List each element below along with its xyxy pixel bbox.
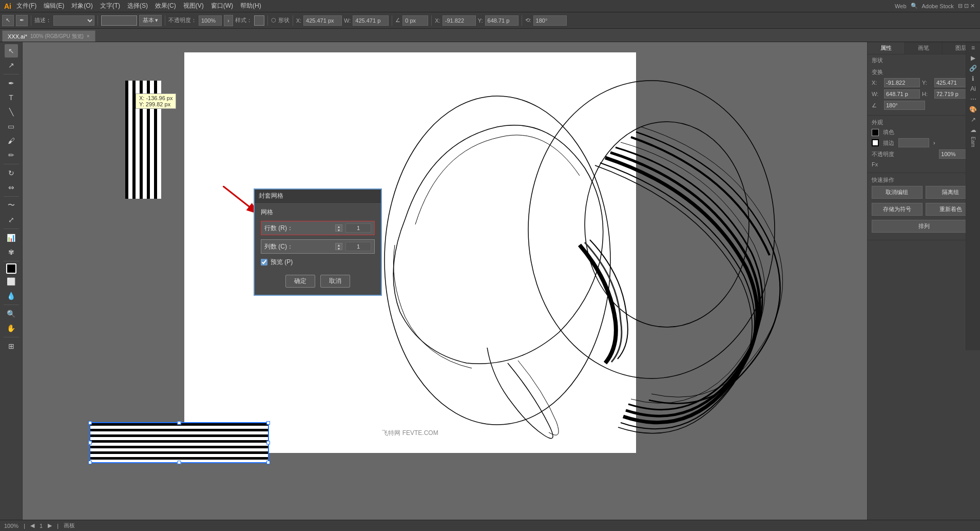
xy-row: X: Y: <box>872 78 976 87</box>
symbol-tool[interactable]: ✾ <box>5 245 18 259</box>
menu-object[interactable]: 对象(O) <box>71 2 92 10</box>
mirror-tool[interactable]: ⇔ <box>5 181 18 194</box>
tab-brushes[interactable]: 画笔 <box>905 42 943 54</box>
expand-panel-icon[interactable]: ⋯ <box>970 96 976 103</box>
striped-rect-object[interactable] <box>89 422 269 463</box>
rows-down[interactable]: ▼ <box>336 229 342 232</box>
transform-icon[interactable]: ▶ <box>971 54 975 62</box>
line-tool[interactable]: ╲ <box>5 105 18 119</box>
opacity-input[interactable] <box>199 15 222 26</box>
pen-tool[interactable]: ✒ <box>5 77 18 90</box>
rect-tool[interactable]: ▭ <box>5 120 18 133</box>
menu-view[interactable]: 视图(V) <box>183 2 204 10</box>
coord-x-input[interactable] <box>443 15 476 26</box>
coord-y-input[interactable] <box>485 15 518 26</box>
select-tool[interactable]: ↖ <box>5 44 18 58</box>
x-field[interactable] <box>884 78 920 87</box>
w-field[interactable] <box>884 89 920 99</box>
handle-mr[interactable] <box>266 441 270 445</box>
info-icon[interactable]: ℹ <box>972 75 974 82</box>
appearance-section: 外观 填色 › 描边 › 不透明度 › Fx ⋯ <box>868 116 980 173</box>
fill-color[interactable] <box>6 263 16 274</box>
paintbrush-tool[interactable]: 🖌 <box>5 134 18 147</box>
link-icon[interactable]: 🔗 <box>969 65 977 72</box>
warp-tool[interactable]: 〜 <box>5 199 18 212</box>
stroke-swatch[interactable] <box>101 15 137 26</box>
handle-bl[interactable] <box>88 461 92 464</box>
gradient-tool[interactable]: ⬜ <box>5 275 18 288</box>
save-symbol-btn[interactable]: 存储为符号 <box>872 203 923 216</box>
dialog-title[interactable]: 封套网格 <box>255 189 381 203</box>
ai-panel-icon[interactable]: Ai <box>970 85 976 92</box>
graph-tool[interactable]: 📊 <box>5 231 18 244</box>
cols-down[interactable]: ▼ <box>336 247 342 250</box>
y-field[interactable] <box>934 78 970 87</box>
pencil-tool[interactable]: ✏ <box>5 148 18 162</box>
cols-up[interactable]: ▲ <box>336 243 342 247</box>
handle-ml[interactable] <box>88 441 92 445</box>
zoom-display[interactable]: 100% <box>4 523 18 529</box>
describe-select[interactable] <box>53 15 94 26</box>
handle-bm[interactable] <box>178 461 181 464</box>
eam-icon[interactable]: Eam <box>970 137 976 147</box>
svg-point-0 <box>385 96 610 425</box>
cc-libraries-icon[interactable]: ☁ <box>970 126 976 134</box>
x-input[interactable] <box>303 15 342 26</box>
artboard-tool[interactable]: ⊞ <box>5 339 18 353</box>
handle-br[interactable] <box>266 461 270 464</box>
menu-text[interactable]: 文字(T) <box>100 2 120 10</box>
handle-tr[interactable] <box>266 421 270 425</box>
handle-tl[interactable] <box>88 421 92 425</box>
preview-checkbox[interactable] <box>261 259 267 266</box>
cols-spinner-btn[interactable]: ▲ ▼ <box>335 243 342 250</box>
menu-help[interactable]: 帮助(H) <box>240 2 261 10</box>
fill-swatch[interactable] <box>872 129 879 136</box>
prev-page[interactable]: ◀ <box>30 522 34 529</box>
doc-tab[interactable]: XXX.ai* 100% (RGB/GPU 预览) × <box>2 30 95 42</box>
color-guide-icon[interactable]: 🎨 <box>969 106 977 113</box>
arrange-btn[interactable]: 排列 <box>872 220 976 233</box>
opacity-expand[interactable]: › <box>224 15 233 26</box>
menu-file[interactable]: 文件(F) <box>16 2 36 10</box>
h-field[interactable] <box>934 89 970 99</box>
scale-tool[interactable]: ⤢ <box>5 213 18 226</box>
ok-button[interactable]: 确定 <box>285 275 315 288</box>
canvas-area[interactable]: 飞特网 FEVTE.COM X: -136.96 px Y: 299.82 px <box>23 42 867 531</box>
width-input[interactable] <box>353 15 389 26</box>
rows-spinner-btn[interactable]: ▲ ▼ <box>335 224 342 232</box>
cols-spinner: ▲ ▼ <box>335 243 342 250</box>
angle-field[interactable] <box>884 101 925 110</box>
handle-tm[interactable] <box>178 421 181 425</box>
tab-properties[interactable]: 属性 <box>868 42 905 54</box>
selection-tool-btn[interactable]: ↖ <box>2 15 14 26</box>
type-tool[interactable]: T <box>5 91 18 104</box>
ungroup-btn[interactable]: 取消编组 <box>872 186 923 199</box>
next-page[interactable]: ▶ <box>48 522 52 529</box>
stroke-swatch-r[interactable] <box>872 139 879 146</box>
rows-up[interactable]: ▲ <box>336 225 342 229</box>
stroke-expand[interactable]: › <box>933 140 935 146</box>
tab-close[interactable]: × <box>87 33 90 39</box>
style-swatch[interactable] <box>254 15 264 26</box>
angle-input[interactable] <box>402 15 428 26</box>
zoom-tool[interactable]: 🔍 <box>5 307 18 320</box>
asset-export-icon[interactable]: ↗ <box>971 116 976 123</box>
angle-icon: ∠ <box>395 17 400 24</box>
menu-effect[interactable]: 效果(C) <box>155 2 176 10</box>
rows-input[interactable] <box>345 223 371 233</box>
rotate-tool[interactable]: ↻ <box>5 166 18 180</box>
properties-icon[interactable]: ≡ <box>971 44 975 51</box>
rot-input[interactable] <box>533 15 567 26</box>
stroke-weight[interactable] <box>898 138 929 147</box>
cancel-button[interactable]: 取消 <box>320 275 350 288</box>
menu-window[interactable]: 窗口(W) <box>211 2 233 10</box>
cols-input[interactable] <box>345 242 371 251</box>
hand-tool[interactable]: ✋ <box>5 321 18 335</box>
menu-edit[interactable]: 编辑(E) <box>44 2 64 10</box>
base-btn[interactable]: 基本 ▾ <box>139 15 162 26</box>
eyedropper-tool[interactable]: 💧 <box>5 289 18 302</box>
search-icon[interactable]: 🔍 <box>911 3 918 9</box>
pen-tool-btn[interactable]: ✒ <box>16 15 28 26</box>
menu-select[interactable]: 选择(S) <box>127 2 148 10</box>
direct-select-tool[interactable]: ↗ <box>5 59 18 72</box>
